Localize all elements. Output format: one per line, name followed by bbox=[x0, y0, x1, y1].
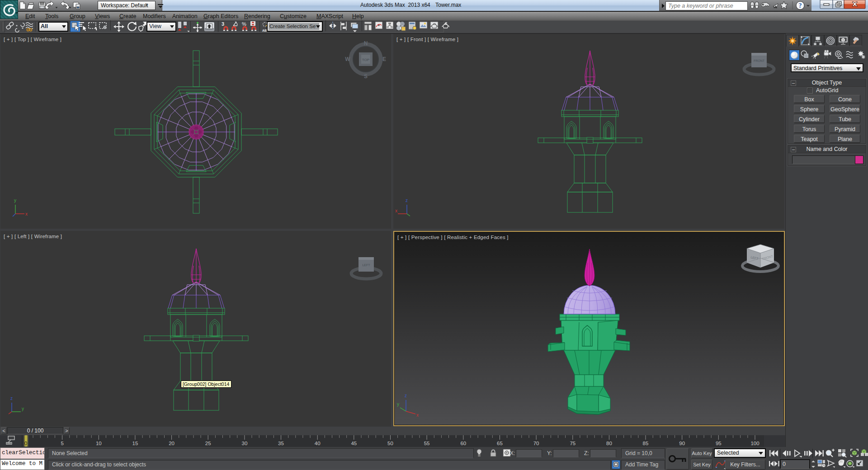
svg-text:90: 90 bbox=[679, 441, 685, 446]
svg-text:E: E bbox=[382, 56, 386, 62]
svg-text:?: ? bbox=[799, 2, 802, 9]
svg-text:25: 25 bbox=[205, 441, 211, 446]
svg-text:z: z bbox=[10, 396, 13, 401]
svg-text:75: 75 bbox=[570, 441, 576, 446]
svg-text:W: W bbox=[345, 56, 350, 62]
svg-text:y: y bbox=[14, 198, 16, 203]
svg-text:40: 40 bbox=[315, 441, 321, 446]
svg-text:y: y bbox=[397, 402, 399, 407]
svg-text:10: 10 bbox=[96, 441, 102, 446]
svg-text:70: 70 bbox=[533, 441, 539, 446]
svg-text:30: 30 bbox=[242, 441, 248, 446]
svg-text:FRONT: FRONT bbox=[754, 59, 765, 62]
svg-text:95: 95 bbox=[716, 441, 722, 446]
svg-text:%: % bbox=[242, 21, 246, 27]
svg-text:15: 15 bbox=[132, 441, 138, 446]
svg-text:55: 55 bbox=[424, 441, 430, 446]
svg-text:LEFT: LEFT bbox=[362, 263, 370, 267]
svg-text:z: z bbox=[405, 393, 407, 398]
svg-text:z: z bbox=[406, 198, 408, 203]
svg-text:100: 100 bbox=[750, 441, 759, 446]
svg-text:y: y bbox=[22, 406, 24, 411]
svg-text:S: S bbox=[364, 73, 368, 80]
svg-text:x: x bbox=[25, 212, 28, 216]
svg-text:5: 5 bbox=[61, 441, 63, 446]
svg-text:50: 50 bbox=[387, 441, 393, 446]
svg-text:N: N bbox=[364, 40, 368, 47]
svg-text:35: 35 bbox=[278, 441, 284, 446]
svg-text:x: x bbox=[395, 208, 397, 213]
svg-text:3: 3 bbox=[222, 21, 224, 27]
svg-text:45: 45 bbox=[351, 441, 357, 446]
svg-text:20: 20 bbox=[169, 441, 175, 446]
svg-text:TOP: TOP bbox=[362, 58, 369, 62]
svg-text:80: 80 bbox=[606, 441, 612, 446]
svg-text:x: x bbox=[416, 413, 419, 418]
svg-text:0: 0 bbox=[24, 441, 27, 446]
svg-text:60: 60 bbox=[460, 441, 466, 446]
svg-text:85: 85 bbox=[643, 441, 649, 446]
svg-text:65: 65 bbox=[497, 441, 503, 446]
